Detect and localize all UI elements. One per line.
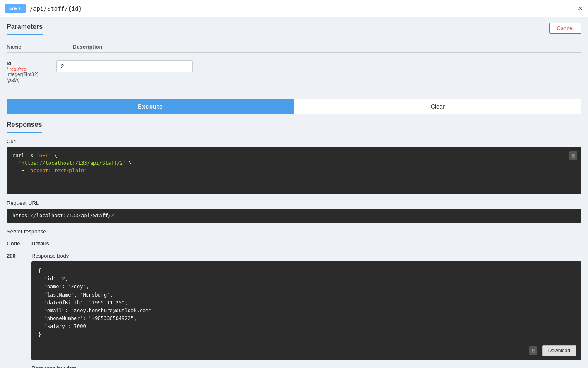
server-response-label: Server response [7, 228, 581, 235]
copy-curl-button[interactable]: ⎘ [569, 151, 577, 160]
param-type: integer($int32) [7, 71, 48, 77]
response-details-200: Response body { "id": 2, "name": "Zoey",… [31, 249, 581, 368]
params-header-row: Name Description [7, 40, 581, 53]
main-content: Parameters Cancel Name Description id * … [0, 17, 588, 368]
response-row-200: 200 Response body { "id": 2, "name": "Zo… [7, 249, 581, 368]
col-name: Name [7, 44, 48, 50]
top-bar: GET /api/Staff/{id} ✕ [0, 0, 588, 17]
responses-title: Responses [7, 121, 42, 133]
bottom-buttons: ⎘ Download [529, 345, 576, 356]
param-row: id * required integer($int32) (path) [7, 57, 581, 86]
endpoint-path: /api/Staff/{id} [30, 5, 82, 12]
method-badge: GET [5, 4, 26, 13]
server-response-table: Code Details 200 Response body { "id": 2… [7, 238, 581, 368]
param-name: id [7, 60, 48, 66]
copy-response-button[interactable]: ⎘ [529, 346, 537, 355]
request-url-block: https://localhost:7133/api/Staff/2 [7, 209, 581, 223]
curl-code-block: curl -X 'GET' \ 'https://localhost:7133/… [7, 147, 581, 194]
section-title-wrapper: Parameters Cancel [7, 17, 581, 39]
code-col-header: Code [7, 238, 31, 249]
param-required: * required [7, 66, 48, 71]
responses-title-wrapper: Responses [7, 121, 581, 138]
curl-label: Curl [7, 138, 581, 145]
response-body-wrapper: { "id": 2, "name": "Zoey", "lastName": "… [31, 261, 581, 360]
request-url-label: Request URL [7, 200, 581, 206]
param-location: (path) [7, 77, 48, 83]
response-code-200: 200 [7, 249, 31, 368]
param-info: id * required integer($int32) (path) [7, 60, 48, 83]
clear-button[interactable]: Clear [294, 99, 581, 114]
download-button[interactable]: Download [542, 345, 576, 356]
response-headers-label: Response headers [31, 365, 581, 368]
buttons-row: Execute Clear [7, 99, 581, 114]
response-body-label: Response body [31, 253, 581, 259]
col-description: Description [73, 44, 103, 50]
details-col-header: Details [31, 238, 581, 249]
collapse-icon[interactable]: ✕ [578, 5, 583, 12]
parameters-title: Parameters [7, 17, 43, 35]
param-id-input[interactable] [56, 60, 193, 72]
execute-button[interactable]: Execute [7, 99, 294, 114]
response-body-block: { "id": 2, "name": "Zoey", "lastName": "… [31, 261, 581, 360]
parameters-section: Parameters Cancel Name Description id * … [7, 17, 581, 90]
cancel-button[interactable]: Cancel [549, 23, 581, 34]
responses-section: Responses Curl curl -X 'GET' \ 'https://… [7, 121, 581, 368]
